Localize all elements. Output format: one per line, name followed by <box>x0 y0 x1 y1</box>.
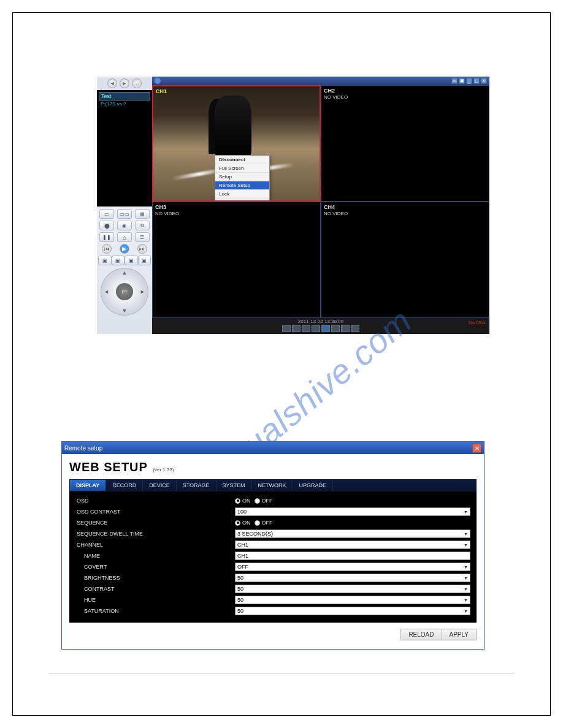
radio-dot-icon <box>235 498 240 504</box>
display-form: OSD ON OFF OSD CONTRAST 100▼ SEQUENCE ON… <box>69 491 477 623</box>
ctx-item-disconnect[interactable]: Disconnect <box>215 156 269 164</box>
row-channel: CHANNEL CH1▼ <box>69 539 477 550</box>
prev-button[interactable]: ⏮ <box>102 244 112 254</box>
minimize-icon[interactable]: _ <box>466 78 472 84</box>
label-seq-dwell: SEQUENCE-DWELL TIME <box>69 531 235 537</box>
chevron-down-icon: ▼ <box>464 510 468 514</box>
tab-display[interactable]: DISPLAY <box>70 480 106 491</box>
channel-cell-3[interactable]: CH3 NO VIDEO <box>152 202 321 318</box>
name-input[interactable]: CH1 <box>235 552 470 560</box>
tab-device[interactable]: DEVICE <box>143 480 177 491</box>
label-channel: CHANNEL <box>69 542 235 548</box>
label-name: NAME <box>69 553 235 559</box>
radio-on[interactable]: ON <box>235 520 251 526</box>
saturation-select[interactable]: 50▼ <box>235 607 470 615</box>
ctx-item-remote-setup[interactable]: Remote Setup <box>215 181 269 190</box>
control-button[interactable]: ☰ <box>135 232 150 242</box>
tree-item[interactable]: P:(17S.vs.? <box>99 100 150 107</box>
cms-main: ▭ ▣ _ □ ✕ CH1 Disconnect <box>152 77 489 334</box>
label-osd-contrast: OSD CONTRAST <box>69 509 235 515</box>
tree-item[interactable]: Test <box>99 92 150 100</box>
control-button[interactable]: ⧉ <box>135 221 150 230</box>
brightness-select[interactable]: 50▼ <box>235 574 470 582</box>
cms-controls: ▭ ▭▭ ▦ ⬤ ◉ ⧉ ❚❚ △ ☰ ⏮ ▶ ⏭ <box>97 207 152 334</box>
site-tree[interactable]: Test P:(17S.vs.? <box>97 90 152 207</box>
close-icon[interactable]: ✕ <box>472 444 481 453</box>
ptz-left-icon[interactable]: ◄ <box>104 289 109 295</box>
layout-button[interactable] <box>341 325 350 332</box>
channel-cell-1[interactable]: CH1 Disconnect Full Screen Setup Remote … <box>152 85 321 202</box>
layout-button[interactable] <box>321 325 330 332</box>
ptz-up-icon[interactable]: ▲ <box>122 270 128 276</box>
remote-setup-titlebar[interactable]: Remote setup ✕ <box>62 442 484 454</box>
pause-button[interactable]: ❚❚ <box>99 232 114 242</box>
layout-button[interactable] <box>351 325 359 332</box>
search-icon[interactable]: ⌕ <box>132 78 142 88</box>
layout-button[interactable] <box>331 325 340 332</box>
radio-off[interactable]: OFF <box>255 520 273 526</box>
control-button[interactable]: ▦ <box>135 209 150 219</box>
tab-storage[interactable]: STORAGE <box>177 480 216 491</box>
context-menu: Disconnect Full Screen Setup Remote Setu… <box>215 155 270 202</box>
contrast-select[interactable]: 50▼ <box>235 585 470 593</box>
radio-dot-icon <box>255 498 260 504</box>
ptz-control[interactable]: PT ▲ ▼ ◄ ► <box>101 268 148 316</box>
tab-record[interactable]: RECORD <box>106 480 143 491</box>
row-covert: COVERT OFF▼ <box>69 561 477 572</box>
nav-button[interactable]: ► <box>120 78 129 88</box>
layout-button[interactable] <box>282 325 291 332</box>
control-button[interactable]: ▭ <box>99 209 114 219</box>
window-button[interactable]: ▭ <box>451 78 458 84</box>
form-actions: RELOAD APPLY <box>69 629 477 640</box>
window-button[interactable]: ▣ <box>459 78 465 84</box>
control-button[interactable]: ▣ <box>138 256 151 265</box>
record-button[interactable]: ⬤ <box>99 221 114 230</box>
radio-off[interactable]: OFF <box>255 498 273 504</box>
video-grid: CH1 Disconnect Full Screen Setup Remote … <box>152 85 489 318</box>
remote-setup-body: WEB SETUP (ver 1.33) DISPLAY RECORD DEVI… <box>62 454 484 649</box>
ptz-right-icon[interactable]: ► <box>140 289 145 295</box>
tab-network[interactable]: NETWORK <box>252 480 293 491</box>
hue-select[interactable]: 50▼ <box>235 596 470 604</box>
layout-button[interactable] <box>302 325 310 332</box>
timestamp: 2011-12-22 13:30:09 <box>152 318 489 324</box>
channel-cell-2[interactable]: CH2 NO VIDEO <box>321 85 489 202</box>
channel-select[interactable]: CH1▼ <box>235 540 470 549</box>
layout-button[interactable] <box>292 325 301 332</box>
no-video-text: NO VIDEO <box>324 94 348 100</box>
control-button[interactable]: △ <box>117 232 132 242</box>
radio-dot-icon <box>235 520 240 526</box>
covert-select[interactable]: OFF▼ <box>235 563 470 571</box>
nav-button[interactable]: ◄ <box>107 78 117 88</box>
setup-tabs: DISPLAY RECORD DEVICE STORAGE SYSTEM NET… <box>69 479 477 491</box>
radio-dot-icon <box>255 520 260 526</box>
reload-button[interactable]: RELOAD <box>400 629 442 640</box>
cms-sidebar-topbar: ◄ ► ⌕ <box>97 77 152 90</box>
osd-contrast-select[interactable]: 100▼ <box>235 507 470 516</box>
channel-cell-4[interactable]: CH4 NO VIDEO <box>321 202 489 318</box>
ctx-item-fullscreen[interactable]: Full Screen <box>215 164 269 173</box>
maximize-icon[interactable]: □ <box>473 78 480 84</box>
play-button[interactable]: ▶ <box>120 244 129 254</box>
ctx-item-setup[interactable]: Setup <box>215 173 269 181</box>
no-video-text: NO VIDEO <box>324 211 348 216</box>
apply-button[interactable]: APPLY <box>442 629 477 640</box>
chevron-down-icon: ▼ <box>464 576 468 580</box>
tab-upgrade[interactable]: UPGRADE <box>293 480 334 491</box>
close-icon[interactable]: ✕ <box>481 78 487 84</box>
snapshot-button[interactable]: ◉ <box>117 221 132 230</box>
control-button[interactable]: ▣ <box>124 256 138 265</box>
radio-on[interactable]: ON <box>235 498 251 504</box>
layout-button[interactable] <box>312 325 320 332</box>
heading-text: WEB SETUP <box>69 460 148 474</box>
seq-dwell-select[interactable]: 3 SECOND(S)▼ <box>235 529 470 538</box>
label-brightness: BRIGHTNESS <box>69 575 235 581</box>
row-name: NAME CH1 <box>69 550 477 561</box>
next-button[interactable]: ⏭ <box>137 244 147 254</box>
control-button[interactable]: ▣ <box>112 256 125 265</box>
ptz-down-icon[interactable]: ▼ <box>122 308 128 314</box>
ctx-item-lock[interactable]: Lock <box>215 190 269 199</box>
control-button[interactable]: ▣ <box>98 256 112 265</box>
tab-system[interactable]: SYSTEM <box>216 480 252 491</box>
control-button[interactable]: ▭▭ <box>117 209 132 219</box>
